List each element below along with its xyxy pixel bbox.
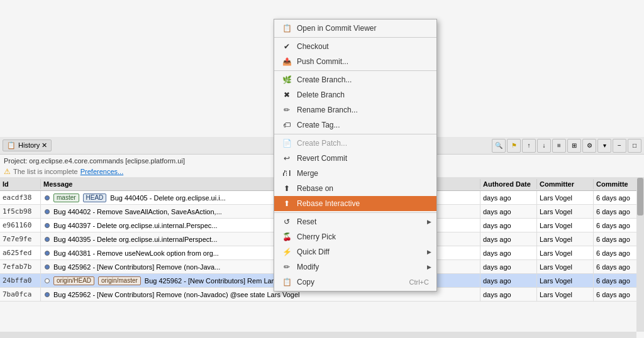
patch-icon: 📄	[282, 138, 292, 148]
graph-dot	[45, 237, 50, 242]
menu-item-label: Merge	[297, 169, 318, 178]
up-button[interactable]: ↑	[522, 139, 536, 153]
cell-committer: Lars Vogel	[537, 274, 594, 287]
cell-id: e961160	[0, 219, 41, 232]
menu-item-create-branch[interactable]: 🌿Create Branch...	[274, 72, 436, 87]
menu-item-revert-commit[interactable]: ↩Revert Commit	[274, 151, 436, 166]
commit-badge: origin/master	[98, 276, 141, 285]
col-header-date: Authored Date	[480, 179, 537, 189]
history-tab[interactable]: 📋 History ✕	[3, 139, 52, 151]
layout-icon: ≡	[557, 142, 561, 149]
warning-icon: ⚠	[4, 167, 11, 176]
menu-item-label: Quick Diff	[297, 248, 330, 256]
cell-committer: Lars Vogel	[537, 191, 594, 204]
tag-icon: 🏷	[282, 120, 292, 130]
cell-id: 24bffa0	[0, 274, 41, 287]
commit-hash: 7efab7b	[3, 263, 31, 271]
chevron-down-icon: ▾	[603, 142, 606, 149]
cherry-pick-icon: 🍒	[282, 232, 292, 242]
menu-item-push-commit[interactable]: 📤Push Commit...	[274, 54, 436, 69]
menu-item-label: Rebase Interactive	[297, 199, 360, 208]
menu-item-create-patch: 📄Create Patch...	[274, 136, 436, 151]
context-menu: 📋Open in Commit Viewer✔Checkout📤Push Com…	[274, 19, 437, 292]
minimize-icon: −	[618, 142, 621, 149]
cell-id: 7e7e9fe	[0, 232, 41, 246]
flag-icon: ⚑	[511, 142, 517, 149]
commit-hash: e961160	[3, 221, 31, 229]
main-window: 📋 History ✕ 🔍 ⚑ ↑ ↓ ≡	[0, 0, 644, 338]
commit-hash: a625fed	[3, 249, 31, 257]
branch-icon: 🌿	[282, 75, 292, 85]
menu-item-create-tag[interactable]: 🏷Create Tag...	[274, 117, 436, 133]
revert-icon: ↩	[282, 153, 292, 163]
graph-dot	[45, 209, 50, 214]
grid-button[interactable]: ⊞	[567, 139, 581, 153]
cell-date: days ago	[480, 288, 537, 301]
graph-dot	[45, 292, 50, 297]
down-button[interactable]: ↓	[537, 139, 551, 153]
rename-branch-icon: ✏	[282, 105, 292, 115]
scroll-thumb[interactable]	[637, 178, 643, 215]
commit-message-text: Bug 425962 - [New Contributors] Remove (…	[53, 291, 299, 298]
menu-item-copy[interactable]: 📋CopyCtrl+C	[274, 275, 436, 290]
col-header-committer: Committer	[537, 179, 594, 189]
vertical-scrollbar[interactable]	[636, 177, 644, 332]
cell-date: days ago	[480, 219, 537, 232]
menu-item-label: Push Commit...	[297, 57, 348, 66]
graph-dot	[45, 251, 50, 256]
menu-item-cherry-pick[interactable]: 🍒Cherry Pick	[274, 229, 436, 244]
cell-id: 1f5cb98	[0, 205, 41, 218]
menu-item-delete-branch[interactable]: ✖Delete Branch	[274, 87, 436, 102]
menu-shortcut: Ctrl+C	[409, 278, 429, 286]
cell-committer: Lars Vogel	[537, 232, 594, 246]
cell-committer: Lars Vogel	[537, 260, 594, 273]
copy-icon: 📋	[282, 277, 292, 287]
commit-badge: master	[53, 194, 79, 202]
menu-item-label: Modify	[297, 263, 319, 271]
menu-item-rebase-on[interactable]: ⬆Rebase on	[274, 181, 436, 196]
cell-date: days ago	[480, 191, 537, 204]
maximize-panel-button[interactable]: □	[628, 139, 641, 153]
search-button[interactable]: 🔍	[492, 139, 506, 153]
project-info-text: Project: org.eclipse.e4.core.commands [e…	[4, 157, 185, 165]
commit-hash: 24bffa0	[3, 276, 31, 285]
menu-item-modify[interactable]: ✏Modify	[274, 259, 436, 275]
cell-date: days ago	[480, 274, 537, 287]
commit-hash: eacdf38	[3, 194, 31, 202]
preferences-link[interactable]: Preferences...	[80, 168, 123, 175]
toolbar-right: 🔍 ⚑ ↑ ↓ ≡ ⊞ ⚙	[492, 139, 641, 153]
dropdown-button[interactable]: ▾	[597, 139, 611, 153]
minimize-panel-button[interactable]: −	[613, 139, 626, 153]
menu-separator	[274, 70, 436, 71]
commit-message-text: Bug 440381 - Remove useNewLook option fr…	[53, 249, 219, 257]
reset-icon: ↺	[282, 217, 292, 227]
down-icon: ↓	[543, 142, 546, 149]
delete-branch-icon: ✖	[282, 90, 292, 100]
menu-item-label: Create Branch...	[297, 75, 352, 84]
commit-viewer-icon: 📋	[282, 23, 292, 33]
menu-item-checkout[interactable]: ✔Checkout	[274, 39, 436, 54]
settings-button[interactable]: ⚙	[582, 139, 596, 153]
commit-message-text: Bug 440395 - Delete org.eclipse.ui.inter…	[53, 236, 218, 243]
cell-committer: Lars Vogel	[537, 219, 594, 232]
menu-item-merge[interactable]: ⛙Merge	[274, 166, 436, 181]
menu-item-rebase-interactive[interactable]: ⬆Rebase Interactive	[274, 196, 436, 211]
menu-item-label: Reset	[297, 217, 316, 226]
menu-item-label: Checkout	[297, 42, 329, 51]
cell-date: days ago	[480, 260, 537, 273]
cell-date: days ago	[480, 232, 537, 246]
menu-separator	[274, 134, 436, 134]
commit-message-text: Bug 440397 - Delete org.eclipse.ui.inter…	[53, 222, 218, 229]
menu-item-label: Revert Commit	[297, 154, 347, 163]
menu-item-open-commit-viewer[interactable]: 📋Open in Commit Viewer	[274, 21, 436, 36]
menu-item-label: Create Tag...	[297, 121, 340, 129]
horizontal-scrollbar[interactable]	[0, 332, 636, 338]
layout-button[interactable]: ≡	[552, 139, 566, 153]
cell-date: days ago	[480, 246, 537, 259]
push-icon: 📤	[282, 57, 292, 67]
flag-button[interactable]: ⚑	[507, 139, 521, 153]
merge-icon: ⛙	[282, 168, 292, 178]
menu-item-rename-branch[interactable]: ✏Rename Branch...	[274, 102, 436, 117]
menu-item-reset[interactable]: ↺Reset	[274, 214, 436, 229]
menu-item-quick-diff[interactable]: ⚡Quick Diff	[274, 244, 436, 259]
